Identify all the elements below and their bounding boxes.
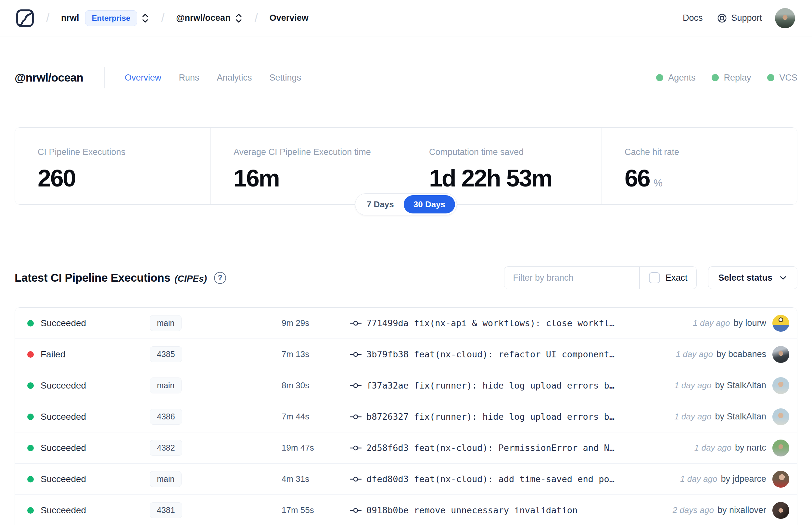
author-avatar [772, 471, 789, 487]
time-ago: 1 day ago [674, 411, 711, 422]
author: by nixallover [718, 505, 766, 515]
branch-filter-group: Exact [504, 266, 697, 289]
status-label: Succeeded [41, 380, 150, 391]
duration: 7m 13s [281, 349, 350, 359]
table-row[interactable]: Succeeded 4386 7m 44s b8726327 fix(runne… [15, 401, 797, 432]
stat-ci-pipeline-executions: CI Pipeline Executions 260 [15, 128, 211, 204]
select-status-button[interactable]: Select status [708, 266, 797, 289]
support-link[interactable]: Support [717, 13, 762, 24]
user-avatar[interactable] [775, 8, 795, 28]
time-ago: 1 day ago [674, 380, 711, 390]
breadcrumb-workspace[interactable]: @nrwl/ocean [176, 13, 230, 23]
time-ago: 2 days ago [673, 505, 714, 515]
author: by jdpearce [721, 474, 766, 484]
commit-message[interactable]: 3b79fb38 feat(nx-cloud): refactor UI com… [366, 349, 614, 359]
git-commit-icon [350, 444, 363, 452]
workspace-switcher-icon[interactable] [234, 12, 243, 25]
exact-checkbox[interactable] [649, 272, 660, 283]
table-row[interactable]: Succeeded 4381 17m 55s 0918b0be remove u… [15, 495, 797, 525]
section-subtitle: (CIPEs) [175, 273, 207, 284]
stat-average-execution-time: Average CI Pipeline Execution time 16m [211, 128, 406, 204]
branch-badge[interactable]: main [150, 315, 182, 331]
breadcrumb-separator: / [161, 11, 164, 25]
git-commit-icon [350, 381, 363, 390]
service-status-replay[interactable]: Replay [711, 73, 751, 83]
workspace-title: @nrwl/ocean [15, 71, 83, 84]
nx-cloud-logo-icon[interactable] [16, 9, 34, 28]
tab-settings[interactable]: Settings [270, 73, 302, 83]
commit-message[interactable]: dfed80d3 feat(nx-cloud): add time-saved … [366, 474, 614, 484]
author-avatar [772, 315, 789, 332]
table-row[interactable]: Succeeded main 4m 31s dfed80d3 feat(nx-c… [15, 464, 797, 495]
git-commit-icon [350, 475, 363, 483]
enterprise-badge: Enterprise [85, 10, 137, 26]
git-commit-icon [350, 319, 363, 328]
author-avatar [772, 408, 789, 425]
duration: 7m 44s [281, 411, 350, 422]
branch-badge[interactable]: main [150, 377, 182, 393]
range-30-days-button[interactable]: 30 Days [404, 195, 455, 213]
service-status-vcs[interactable]: VCS [767, 73, 797, 83]
author-avatar [772, 346, 789, 363]
service-status-agents[interactable]: Agents [656, 73, 695, 83]
status-dot-icon [27, 382, 34, 389]
tab-analytics[interactable]: Analytics [217, 73, 252, 83]
tab-runs[interactable]: Runs [179, 73, 199, 83]
author: by lourw [733, 318, 766, 328]
branch-badge[interactable]: 4382 [150, 440, 182, 456]
percent-unit: % [654, 177, 663, 189]
commit-message[interactable]: f37a32ae fix(runner): hide log upload er… [366, 380, 614, 390]
time-ago: 1 day ago [680, 474, 717, 484]
cipe-section-header: Latest CI Pipeline Executions (CIPEs) ? … [15, 266, 797, 289]
commit-message[interactable]: 2d58f6d3 feat(nx-cloud): PermissionError… [366, 443, 614, 453]
status-label: Succeeded [41, 318, 150, 328]
branch-filter-input[interactable] [504, 267, 639, 289]
docs-link[interactable]: Docs [683, 13, 703, 23]
status-dot-icon [767, 74, 774, 81]
commit-message[interactable]: 0918b0be remove unnecessary invalidation [366, 505, 578, 515]
duration: 4m 31s [281, 474, 350, 484]
breadcrumb-separator: / [46, 11, 49, 25]
stat-cache-hit-rate: Cache hit rate 66 % [601, 128, 797, 204]
breadcrumb-org[interactable]: nrwl [61, 13, 79, 23]
time-ago: 1 day ago [676, 349, 713, 359]
table-row[interactable]: Succeeded main 9m 29s 771499da fix(nx-ap… [15, 308, 797, 339]
author: by StalkAltan [715, 411, 766, 422]
chevron-down-icon [779, 273, 787, 282]
status-dot-icon [656, 74, 663, 81]
exact-label[interactable]: Exact [665, 273, 688, 283]
branch-badge[interactable]: 4381 [150, 502, 182, 518]
tab-overview[interactable]: Overview [125, 73, 162, 83]
breadcrumb-page: Overview [270, 13, 309, 23]
date-range-toggle: 7 Days 30 Days [355, 193, 457, 215]
divider [104, 67, 105, 88]
branch-badge[interactable]: 4385 [150, 346, 182, 362]
duration: 19m 47s [281, 443, 350, 453]
time-ago: 1 day ago [694, 443, 732, 453]
branch-badge[interactable]: main [150, 471, 182, 487]
help-icon[interactable]: ? [214, 272, 226, 284]
range-7-days-button[interactable]: 7 Days [357, 195, 404, 213]
cipe-table: Succeeded main 9m 29s 771499da fix(nx-ap… [15, 308, 797, 525]
author-avatar [772, 439, 789, 456]
org-switcher-icon[interactable] [141, 12, 149, 25]
commit-message[interactable]: b8726327 fix(runner): hide log upload er… [366, 411, 614, 422]
table-row[interactable]: Succeeded 4382 19m 47s 2d58f6d3 feat(nx-… [15, 432, 797, 464]
stat-computation-time-saved: Computation time saved 1d 22h 53m [406, 128, 601, 204]
workspace-header: @nrwl/ocean Overview Runs Analytics Sett… [15, 64, 797, 91]
status-dot-icon [27, 445, 34, 451]
duration: 17m 55s [281, 505, 350, 515]
status-dot-icon [27, 507, 34, 514]
status-dot-icon [27, 476, 34, 482]
status-dot-icon [27, 320, 34, 327]
author-avatar [772, 377, 789, 394]
commit-message[interactable]: 771499da fix(nx-api & workflows): close … [366, 318, 614, 328]
breadcrumb-separator: / [255, 11, 258, 25]
table-row[interactable]: Failed 4385 7m 13s 3b79fb38 feat(nx-clou… [15, 339, 797, 370]
support-label: Support [731, 13, 762, 23]
status-dot-icon [27, 351, 34, 358]
table-row[interactable]: Succeeded main 8m 30s f37a32ae fix(runne… [15, 370, 797, 401]
branch-badge[interactable]: 4386 [150, 409, 182, 425]
author: by bcabanes [717, 349, 766, 359]
status-label: Succeeded [41, 443, 150, 453]
